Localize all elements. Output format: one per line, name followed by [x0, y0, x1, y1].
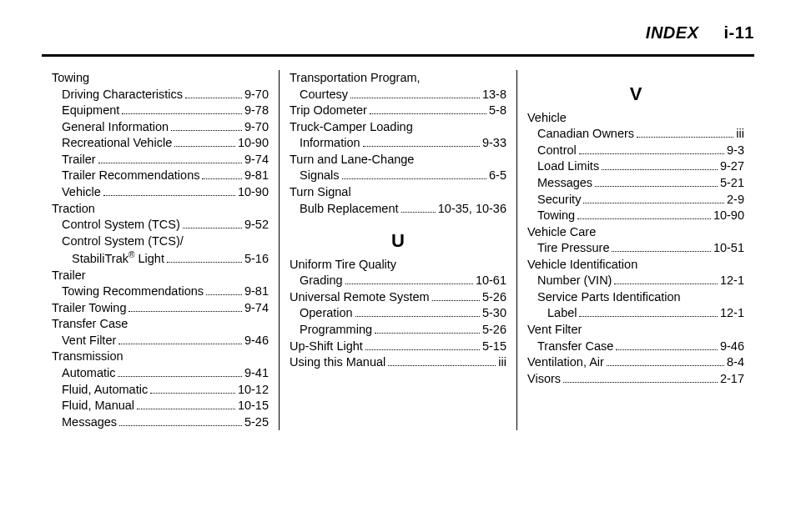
- leader-dots: [355, 306, 480, 317]
- index-entry-page: 9-70: [244, 119, 269, 136]
- index-entry: Fluid, Automatic10-12: [52, 382, 269, 399]
- index-entry-page: 2-9: [727, 192, 744, 208]
- leader-dots: [150, 382, 235, 393]
- index-group-head: Control System (TCS)/: [52, 233, 269, 250]
- index-entry-page: 13-8: [482, 87, 506, 103]
- index-entry-label: Towing: [537, 208, 575, 224]
- index-entry-label: Control: [537, 143, 577, 159]
- leader-dots: [342, 168, 486, 179]
- index-entry-label: Load Limits: [537, 158, 599, 175]
- index-entry: Control System (TCS)9-52: [52, 217, 269, 233]
- leader-dots: [122, 103, 242, 114]
- index-entry-label: Tire Pressure: [537, 240, 609, 257]
- index-group-head: Vehicle: [527, 110, 744, 127]
- index-entry-page: 9-33: [482, 135, 506, 152]
- index-group-head: Trailer: [52, 268, 269, 284]
- index-entry-page: iii: [498, 354, 506, 371]
- index-column-3: VVehicleCanadian OwnersiiiControl9-3Load…: [516, 70, 754, 430]
- leader-dots: [579, 306, 717, 317]
- index-entry-label: Messages: [62, 414, 117, 431]
- index-group-head: Transmission: [52, 349, 269, 365]
- index-entry: Bulb Replacement10-35, 10-36: [290, 201, 506, 218]
- index-entry-label: Trailer Towing: [52, 300, 126, 317]
- leader-dots: [388, 355, 496, 366]
- index-entry-label: Bulb Replacement: [300, 201, 399, 218]
- index-entry: Vent Filter9-46: [52, 333, 269, 349]
- index-group-head: Traction: [52, 201, 269, 218]
- index-entry-label: Security: [537, 192, 581, 208]
- leader-dots: [577, 208, 711, 219]
- index-entry: Transfer Case9-46: [527, 339, 744, 355]
- index-group-head: Transportation Program,: [290, 70, 506, 87]
- index-entry: Load Limits9-27: [527, 158, 744, 175]
- index-entry-page: 9-46: [720, 339, 744, 355]
- index-columns: TowingDriving Characteristics9-70Equipme…: [42, 70, 754, 430]
- leader-dots: [350, 87, 480, 98]
- index-entry-page: 9-46: [244, 333, 269, 349]
- index-entry-label: Ventilation, Air: [527, 354, 604, 371]
- index-entry-label: Label: [547, 305, 577, 322]
- index-entry-page: 5-25: [244, 414, 269, 431]
- index-entry-page: 12-1: [720, 305, 744, 322]
- section-letter: U: [290, 228, 506, 253]
- index-entry-page: 2-17: [720, 371, 744, 388]
- index-entry-page: iii: [736, 126, 744, 143]
- index-entry: Operation5-30: [290, 305, 506, 322]
- leader-dots: [206, 284, 242, 295]
- index-group-head: Vehicle Identification: [527, 257, 744, 274]
- index-group-head: Turn Signal: [290, 184, 506, 201]
- index-entry: Fluid, Manual10-15: [52, 398, 269, 414]
- index-entry-page: 9-52: [244, 217, 269, 233]
- index-entry-page: 5-15: [482, 339, 506, 355]
- index-entry-label: Fluid, Automatic: [62, 382, 148, 399]
- index-entry: Control9-3: [527, 143, 744, 159]
- index-entry-page: 5-30: [482, 305, 506, 322]
- page-number-label: i-11: [724, 23, 754, 42]
- leader-dots: [612, 241, 710, 252]
- index-entry-page: 9-81: [244, 168, 269, 184]
- leader-dots: [183, 218, 242, 228]
- leader-dots: [137, 399, 235, 409]
- leader-dots: [103, 185, 235, 196]
- index-entry: Trailer9-74: [52, 152, 269, 168]
- index-group-head: Uniform Tire Quality: [290, 257, 506, 274]
- index-entry: Messages5-25: [52, 414, 269, 431]
- index-entry: Ventilation, Air8-4: [527, 354, 744, 371]
- leader-dots: [616, 339, 718, 349]
- index-entry-page: 10-90: [238, 184, 269, 201]
- index-group-head: Service Parts Identification: [527, 289, 744, 306]
- leader-dots: [363, 136, 480, 147]
- leader-dots: [607, 355, 724, 366]
- index-entry-label: Information: [300, 135, 360, 152]
- index-entry-label: Universal Remote System: [290, 289, 430, 306]
- index-entry-page: 9-74: [244, 152, 269, 168]
- index-entry-label: Signals: [300, 168, 340, 184]
- index-entry: Trailer Recommendations9-81: [52, 168, 269, 184]
- leader-dots: [595, 176, 718, 187]
- index-label: INDEX: [646, 23, 699, 42]
- index-entry: Towing Recommendations9-81: [52, 284, 269, 300]
- index-entry-page: 9-78: [244, 103, 269, 119]
- leader-dots: [432, 290, 480, 301]
- index-entry-label: Visors: [527, 371, 561, 388]
- index-entry-label: Messages: [537, 175, 592, 192]
- index-entry-label: Up-Shift Light: [290, 339, 363, 355]
- index-entry-label: Recreational Vehicle: [62, 135, 172, 152]
- leader-dots: [375, 323, 480, 334]
- leader-dots: [118, 334, 242, 344]
- index-entry: Signals6-5: [290, 168, 506, 184]
- index-entry: Using this Manualiii: [290, 354, 506, 371]
- index-entry: Automatic9-41: [52, 365, 269, 382]
- index-entry: Canadian Ownersiii: [527, 126, 744, 143]
- leader-dots: [345, 274, 473, 284]
- index-entry-page: 9-70: [244, 87, 269, 103]
- leader-dots: [118, 366, 241, 377]
- leader-dots: [185, 87, 242, 98]
- index-column-1: TowingDriving Characteristics9-70Equipme…: [42, 70, 279, 430]
- index-entry: Programming5-26: [290, 322, 506, 339]
- index-entry-page: 5-26: [482, 322, 506, 339]
- index-entry-page: 5-16: [244, 251, 269, 268]
- leader-dots: [602, 159, 718, 170]
- index-entry-label: Trip Odometer: [290, 103, 367, 119]
- index-entry: Trailer Towing9-74: [52, 300, 269, 317]
